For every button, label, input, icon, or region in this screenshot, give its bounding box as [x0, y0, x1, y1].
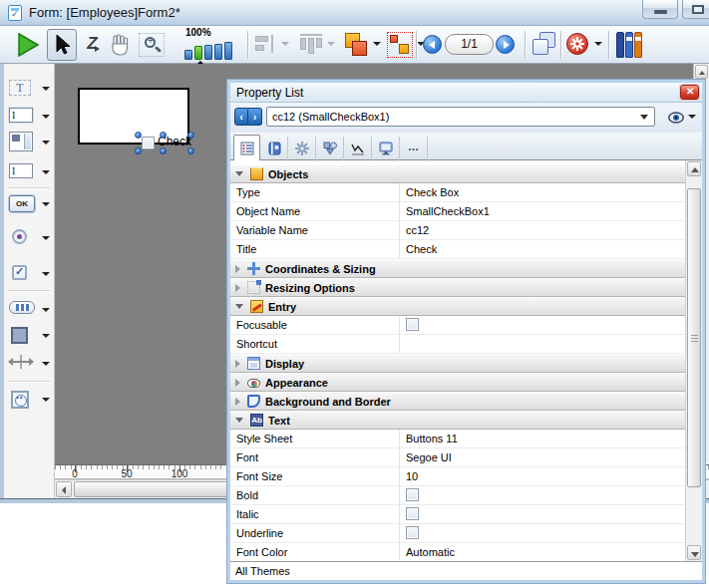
radio-button-tool[interactable]: [8, 227, 52, 251]
property-value[interactable]: Segoe UI: [400, 448, 685, 466]
distribute-dropdown-caret[interactable]: [327, 42, 335, 46]
underline-checkbox-unchecked[interactable]: [406, 526, 419, 539]
property-list-scrollbar[interactable]: [685, 160, 702, 561]
expand-triangle-icon[interactable]: [235, 360, 240, 368]
object-selector-combobox[interactable]: cc12 (SmallCheckBox1): [266, 107, 655, 127]
button-grid-tool[interactable]: [8, 299, 52, 323]
section-display[interactable]: Display: [230, 354, 685, 373]
splitter-tool[interactable]: [8, 353, 52, 377]
scroll-down-button[interactable]: [687, 545, 701, 560]
property-value[interactable]: SmallCheckBox1: [400, 202, 685, 220]
next-page-button[interactable]: [496, 35, 515, 54]
list-box-tool-caret[interactable]: [42, 141, 50, 145]
property-list-titlebar[interactable]: Property List: [230, 83, 702, 103]
tab-options[interactable]: [289, 137, 316, 160]
scroll-thumb[interactable]: [687, 188, 701, 487]
zoom-level-widget[interactable]: 100%: [183, 28, 239, 62]
selection-handle-bottom-left[interactable]: [135, 147, 142, 154]
zoom-bar-50[interactable]: [184, 50, 192, 60]
view-options-eye-button[interactable]: [668, 110, 684, 122]
property-value[interactable]: Buttons 11: [400, 430, 685, 447]
scroll-up-button[interactable]: [687, 161, 701, 176]
text-tool[interactable]: T: [8, 78, 52, 102]
distribute-tool-button-disabled[interactable]: [299, 34, 323, 56]
section-background-border[interactable]: Background and Border: [230, 392, 685, 411]
combo-box-tool-caret[interactable]: [42, 170, 50, 174]
selection-handle-bottom-center[interactable]: [160, 147, 167, 154]
collapse-triangle-icon[interactable]: [235, 304, 243, 309]
checkbox-object-glyph[interactable]: [142, 137, 155, 149]
scroll-up-button[interactable]: [695, 65, 708, 79]
level-tool-button[interactable]: [344, 32, 370, 58]
previous-object-button[interactable]: ‹: [234, 108, 248, 126]
property-value[interactable]: [400, 335, 685, 353]
close-button[interactable]: [680, 85, 699, 100]
selection-handle-bottom-right[interactable]: [187, 147, 194, 154]
italic-checkbox-unchecked[interactable]: [406, 507, 419, 520]
radio-button-tool-caret[interactable]: [42, 236, 50, 240]
preferences-button[interactable]: [566, 33, 588, 55]
form-pages-button[interactable]: [532, 32, 558, 58]
entry-order-tool-button[interactable]: Z: [84, 34, 106, 56]
view-options-caret[interactable]: [688, 115, 696, 119]
property-value[interactable]: cc12: [400, 221, 685, 239]
selection-tool-button[interactable]: [47, 29, 77, 61]
button-grid-tool-caret[interactable]: [42, 308, 50, 312]
focusable-checkbox-unchecked[interactable]: [406, 318, 419, 331]
level-dropdown-caret[interactable]: [373, 42, 381, 46]
section-text[interactable]: Ab Text: [230, 411, 685, 430]
collapse-triangle-icon[interactable]: [235, 418, 243, 423]
move-tool-button[interactable]: [109, 33, 133, 57]
expand-triangle-icon[interactable]: [235, 284, 240, 292]
property-value[interactable]: Check: [400, 240, 685, 258]
rectangle-tool[interactable]: [8, 325, 52, 349]
expand-triangle-icon[interactable]: [235, 379, 240, 387]
expand-triangle-icon[interactable]: [235, 265, 240, 273]
plugin-area-tool-caret[interactable]: [42, 398, 50, 402]
scroll-left-button[interactable]: [56, 481, 72, 497]
bold-checkbox-unchecked[interactable]: [406, 488, 419, 501]
execute-form-button[interactable]: [16, 33, 40, 57]
zoom-bar-200[interactable]: [204, 45, 212, 60]
property-value[interactable]: 10: [400, 467, 685, 485]
check-box-tool[interactable]: [8, 263, 52, 287]
next-object-button[interactable]: ›: [248, 108, 262, 126]
section-entry[interactable]: Entry: [230, 297, 685, 316]
selection-handle-top-center[interactable]: [160, 132, 167, 139]
zoom-bar-100-selected[interactable]: [194, 46, 202, 60]
tab-more[interactable]: •••: [401, 137, 428, 160]
section-coordinates-sizing[interactable]: Coordinates & Sizing: [230, 259, 685, 278]
zoom-bar-400[interactable]: [214, 44, 222, 60]
tab-events[interactable]: [345, 137, 372, 160]
check-box-tool-caret[interactable]: [42, 272, 50, 276]
combo-box-tool[interactable]: I: [8, 161, 52, 185]
zoom-bar-800[interactable]: [224, 42, 232, 60]
preferences-dropdown-caret[interactable]: [594, 42, 602, 46]
duplicate-grid-tool-button[interactable]: [387, 32, 413, 58]
button-tool[interactable]: OK: [8, 193, 52, 217]
window-titlebar[interactable]: Form: [Employees]Form2*: [0, 0, 709, 26]
input-tool[interactable]: I: [8, 106, 52, 130]
minimize-button[interactable]: [642, 0, 678, 19]
section-resizing-options[interactable]: Resizing Options: [230, 278, 685, 297]
align-tool-button-disabled[interactable]: [255, 35, 277, 55]
zoom-bars-icon[interactable]: [184, 42, 232, 60]
input-tool-caret[interactable]: [42, 115, 50, 119]
tab-property-list[interactable]: [233, 135, 260, 161]
collapse-triangle-icon[interactable]: [235, 171, 243, 176]
selection-handle-top-left[interactable]: [135, 132, 142, 139]
section-appearance[interactable]: Appearance: [230, 373, 685, 392]
section-objects[interactable]: Objects: [230, 164, 685, 183]
button-tool-caret[interactable]: [42, 202, 50, 206]
previous-page-button[interactable]: [423, 35, 442, 54]
rectangle-tool-caret[interactable]: [42, 334, 50, 338]
form-area[interactable]: Check: [78, 88, 189, 145]
tab-themes[interactable]: [261, 137, 288, 160]
zoom-tool-button[interactable]: [139, 33, 165, 57]
explorer-button[interactable]: [616, 32, 646, 58]
selection-handle-top-right[interactable]: [187, 132, 194, 139]
list-box-tool[interactable]: [8, 132, 52, 157]
property-value[interactable]: Automatic: [400, 543, 685, 561]
tab-objects[interactable]: [317, 137, 344, 160]
maximize-button[interactable]: [682, 0, 709, 19]
